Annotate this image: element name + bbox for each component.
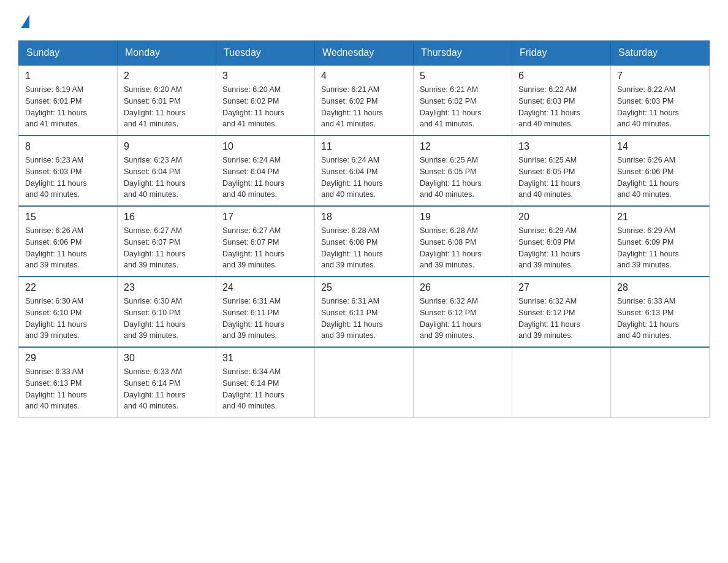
logo bbox=[18, 12, 29, 28]
day-cell: 27 Sunrise: 6:32 AM Sunset: 6:12 PM Dayl… bbox=[512, 277, 611, 347]
day-cell: 28 Sunrise: 6:33 AM Sunset: 6:13 PM Dayl… bbox=[611, 277, 710, 347]
day-cell: 26 Sunrise: 6:32 AM Sunset: 6:12 PM Dayl… bbox=[414, 277, 512, 347]
day-number: 21 bbox=[617, 212, 703, 223]
logo-triangle-icon bbox=[21, 15, 29, 28]
day-cell: 9 Sunrise: 6:23 AM Sunset: 6:04 PM Dayli… bbox=[118, 136, 216, 206]
day-number: 22 bbox=[25, 282, 111, 293]
day-info: Sunrise: 6:33 AM Sunset: 6:14 PM Dayligh… bbox=[124, 366, 210, 412]
weekday-header-thursday: Thursday bbox=[414, 41, 512, 66]
day-number: 18 bbox=[321, 212, 407, 223]
day-info: Sunrise: 6:24 AM Sunset: 6:04 PM Dayligh… bbox=[222, 155, 308, 201]
day-cell: 1 Sunrise: 6:19 AM Sunset: 6:01 PM Dayli… bbox=[19, 65, 118, 136]
day-cell bbox=[414, 347, 512, 418]
day-cell: 23 Sunrise: 6:30 AM Sunset: 6:10 PM Dayl… bbox=[118, 277, 216, 347]
day-number: 8 bbox=[25, 141, 111, 152]
day-info: Sunrise: 6:26 AM Sunset: 6:06 PM Dayligh… bbox=[25, 225, 111, 271]
week-row-2: 8 Sunrise: 6:23 AM Sunset: 6:03 PM Dayli… bbox=[19, 136, 710, 206]
day-number: 1 bbox=[25, 71, 111, 82]
day-cell: 22 Sunrise: 6:30 AM Sunset: 6:10 PM Dayl… bbox=[19, 277, 118, 347]
day-cell: 5 Sunrise: 6:21 AM Sunset: 6:02 PM Dayli… bbox=[414, 65, 512, 136]
week-row-3: 15 Sunrise: 6:26 AM Sunset: 6:06 PM Dayl… bbox=[19, 206, 710, 277]
day-number: 4 bbox=[321, 71, 407, 82]
week-row-1: 1 Sunrise: 6:19 AM Sunset: 6:01 PM Dayli… bbox=[19, 65, 710, 136]
day-info: Sunrise: 6:22 AM Sunset: 6:03 PM Dayligh… bbox=[518, 84, 604, 130]
day-cell: 7 Sunrise: 6:22 AM Sunset: 6:03 PM Dayli… bbox=[611, 65, 710, 136]
day-info: Sunrise: 6:28 AM Sunset: 6:08 PM Dayligh… bbox=[420, 225, 506, 271]
day-info: Sunrise: 6:25 AM Sunset: 6:05 PM Dayligh… bbox=[420, 155, 506, 201]
day-number: 2 bbox=[124, 71, 210, 82]
day-number: 31 bbox=[222, 353, 308, 364]
day-info: Sunrise: 6:20 AM Sunset: 6:02 PM Dayligh… bbox=[222, 84, 308, 130]
day-cell bbox=[315, 347, 414, 418]
day-cell: 11 Sunrise: 6:24 AM Sunset: 6:04 PM Dayl… bbox=[315, 136, 414, 206]
day-info: Sunrise: 6:29 AM Sunset: 6:09 PM Dayligh… bbox=[617, 225, 703, 271]
day-cell bbox=[611, 347, 710, 418]
day-info: Sunrise: 6:30 AM Sunset: 6:10 PM Dayligh… bbox=[25, 296, 111, 342]
day-info: Sunrise: 6:26 AM Sunset: 6:06 PM Dayligh… bbox=[617, 155, 703, 201]
day-info: Sunrise: 6:25 AM Sunset: 6:05 PM Dayligh… bbox=[518, 155, 604, 201]
day-cell: 8 Sunrise: 6:23 AM Sunset: 6:03 PM Dayli… bbox=[19, 136, 118, 206]
day-cell: 13 Sunrise: 6:25 AM Sunset: 6:05 PM Dayl… bbox=[512, 136, 611, 206]
day-cell: 15 Sunrise: 6:26 AM Sunset: 6:06 PM Dayl… bbox=[19, 206, 118, 277]
day-info: Sunrise: 6:28 AM Sunset: 6:08 PM Dayligh… bbox=[321, 225, 407, 271]
weekday-header-row: SundayMondayTuesdayWednesdayThursdayFrid… bbox=[19, 41, 710, 66]
day-info: Sunrise: 6:19 AM Sunset: 6:01 PM Dayligh… bbox=[25, 84, 111, 130]
day-number: 12 bbox=[420, 141, 506, 152]
day-cell: 21 Sunrise: 6:29 AM Sunset: 6:09 PM Dayl… bbox=[611, 206, 710, 277]
day-cell: 4 Sunrise: 6:21 AM Sunset: 6:02 PM Dayli… bbox=[315, 65, 414, 136]
day-info: Sunrise: 6:33 AM Sunset: 6:13 PM Dayligh… bbox=[617, 296, 703, 342]
day-number: 28 bbox=[617, 282, 703, 293]
day-number: 15 bbox=[25, 212, 111, 223]
day-cell: 29 Sunrise: 6:33 AM Sunset: 6:13 PM Dayl… bbox=[19, 347, 118, 418]
day-info: Sunrise: 6:33 AM Sunset: 6:13 PM Dayligh… bbox=[25, 366, 111, 412]
day-number: 14 bbox=[617, 141, 703, 152]
day-number: 26 bbox=[420, 282, 506, 293]
day-number: 13 bbox=[518, 141, 604, 152]
day-number: 6 bbox=[518, 71, 604, 82]
weekday-header-monday: Monday bbox=[118, 41, 216, 66]
weekday-header-sunday: Sunday bbox=[19, 41, 118, 66]
day-number: 3 bbox=[222, 71, 308, 82]
day-number: 30 bbox=[124, 353, 210, 364]
day-info: Sunrise: 6:31 AM Sunset: 6:11 PM Dayligh… bbox=[321, 296, 407, 342]
day-number: 19 bbox=[420, 212, 506, 223]
day-cell: 3 Sunrise: 6:20 AM Sunset: 6:02 PM Dayli… bbox=[216, 65, 315, 136]
day-cell: 24 Sunrise: 6:31 AM Sunset: 6:11 PM Dayl… bbox=[216, 277, 315, 347]
day-number: 16 bbox=[124, 212, 210, 223]
week-row-4: 22 Sunrise: 6:30 AM Sunset: 6:10 PM Dayl… bbox=[19, 277, 710, 347]
day-number: 17 bbox=[222, 212, 308, 223]
day-info: Sunrise: 6:32 AM Sunset: 6:12 PM Dayligh… bbox=[420, 296, 506, 342]
day-info: Sunrise: 6:20 AM Sunset: 6:01 PM Dayligh… bbox=[124, 84, 210, 130]
day-cell: 14 Sunrise: 6:26 AM Sunset: 6:06 PM Dayl… bbox=[611, 136, 710, 206]
day-info: Sunrise: 6:23 AM Sunset: 6:03 PM Dayligh… bbox=[25, 155, 111, 201]
day-cell: 18 Sunrise: 6:28 AM Sunset: 6:08 PM Dayl… bbox=[315, 206, 414, 277]
day-info: Sunrise: 6:32 AM Sunset: 6:12 PM Dayligh… bbox=[518, 296, 604, 342]
weekday-header-tuesday: Tuesday bbox=[216, 41, 315, 66]
day-cell: 19 Sunrise: 6:28 AM Sunset: 6:08 PM Dayl… bbox=[414, 206, 512, 277]
day-number: 29 bbox=[25, 353, 111, 364]
weekday-header-wednesday: Wednesday bbox=[315, 41, 414, 66]
day-number: 24 bbox=[222, 282, 308, 293]
day-cell: 17 Sunrise: 6:27 AM Sunset: 6:07 PM Dayl… bbox=[216, 206, 315, 277]
day-info: Sunrise: 6:27 AM Sunset: 6:07 PM Dayligh… bbox=[222, 225, 308, 271]
day-cell: 6 Sunrise: 6:22 AM Sunset: 6:03 PM Dayli… bbox=[512, 65, 611, 136]
day-cell: 16 Sunrise: 6:27 AM Sunset: 6:07 PM Dayl… bbox=[118, 206, 216, 277]
week-row-5: 29 Sunrise: 6:33 AM Sunset: 6:13 PM Dayl… bbox=[19, 347, 710, 418]
day-cell: 31 Sunrise: 6:34 AM Sunset: 6:14 PM Dayl… bbox=[216, 347, 315, 418]
day-number: 11 bbox=[321, 141, 407, 152]
day-info: Sunrise: 6:31 AM Sunset: 6:11 PM Dayligh… bbox=[222, 296, 308, 342]
day-number: 10 bbox=[222, 141, 308, 152]
day-info: Sunrise: 6:29 AM Sunset: 6:09 PM Dayligh… bbox=[518, 225, 604, 271]
day-info: Sunrise: 6:27 AM Sunset: 6:07 PM Dayligh… bbox=[124, 225, 210, 271]
weekday-header-friday: Friday bbox=[512, 41, 611, 66]
day-cell: 12 Sunrise: 6:25 AM Sunset: 6:05 PM Dayl… bbox=[414, 136, 512, 206]
day-number: 5 bbox=[420, 71, 506, 82]
day-info: Sunrise: 6:34 AM Sunset: 6:14 PM Dayligh… bbox=[222, 366, 308, 412]
day-cell: 25 Sunrise: 6:31 AM Sunset: 6:11 PM Dayl… bbox=[315, 277, 414, 347]
page-header bbox=[18, 12, 710, 28]
day-cell: 30 Sunrise: 6:33 AM Sunset: 6:14 PM Dayl… bbox=[118, 347, 216, 418]
weekday-header-saturday: Saturday bbox=[611, 41, 710, 66]
day-cell: 10 Sunrise: 6:24 AM Sunset: 6:04 PM Dayl… bbox=[216, 136, 315, 206]
day-number: 27 bbox=[518, 282, 604, 293]
day-cell: 20 Sunrise: 6:29 AM Sunset: 6:09 PM Dayl… bbox=[512, 206, 611, 277]
